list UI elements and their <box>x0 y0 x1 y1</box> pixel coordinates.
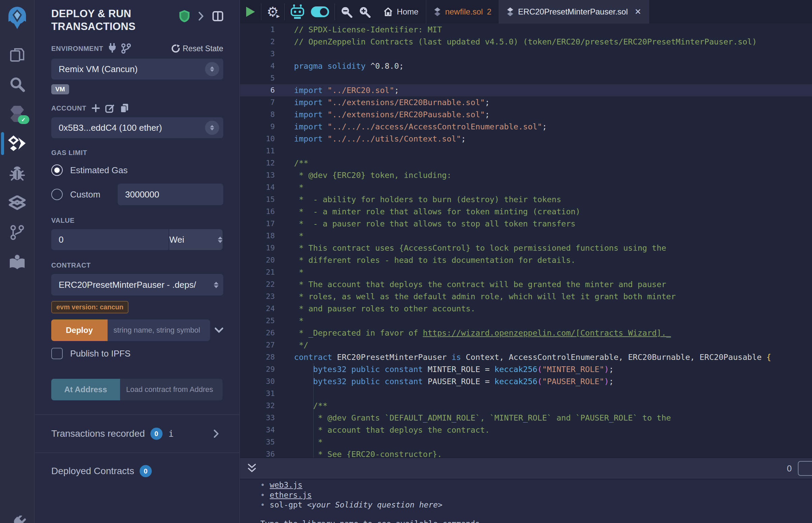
sidebar-item-unit-testing[interactable] <box>0 188 35 218</box>
tab-label: Home <box>397 7 419 17</box>
custom-gas-radio[interactable] <box>51 189 63 200</box>
chevron-right-icon[interactable] <box>198 12 204 21</box>
code-line: 17 * - a pauser role that allows to stop… <box>240 218 812 230</box>
contract-select[interactable]: ERC20PresetMinterPauser - .deps/ <box>51 274 223 295</box>
value-unit-select[interactable]: Wei <box>169 229 223 250</box>
sidebar-item-file-explorer[interactable] <box>0 40 35 69</box>
bullet-icon: • <box>260 481 265 489</box>
zoom-in-icon[interactable] <box>358 6 371 18</box>
publish-ipfs-checkbox[interactable] <box>51 348 63 359</box>
debugger-icon <box>9 165 25 181</box>
home-icon <box>384 7 393 17</box>
ai-robot-icon[interactable] <box>290 4 305 20</box>
code-line: 31 <box>240 387 812 400</box>
code-line: 34 * account that deploys the contract. <box>240 424 812 436</box>
line-number: 28 <box>240 351 290 363</box>
fork-icon[interactable] <box>121 43 131 54</box>
line-number: 5 <box>240 72 290 84</box>
sidebar-item-plugin-manager[interactable] <box>10 516 26 523</box>
code-text: * - a pauser role that allows to stop al… <box>290 218 576 230</box>
code-line: 27 */ <box>240 339 812 351</box>
at-address-input[interactable]: Load contract from Addres <box>120 379 223 400</box>
sidebar-item-git[interactable] <box>0 218 35 247</box>
code-text <box>290 48 294 60</box>
line-number: 3 <box>240 48 290 60</box>
chevron-down-icon[interactable] <box>215 327 223 333</box>
tab-newfile[interactable]: newfile.sol 2 <box>426 0 499 23</box>
ai-toggle[interactable] <box>311 6 329 17</box>
code-line: 3 <box>240 48 812 60</box>
terminal-link[interactable]: web3.js <box>270 481 302 489</box>
terminal-search-box[interactable] <box>798 461 812 476</box>
info-icon[interactable]: i <box>169 429 174 439</box>
terminal-output[interactable]: •web3.js•ethers.js•sol-gpt <your Solidit… <box>240 479 812 523</box>
sidebar-item-solidity-compiler[interactable]: ✓ <box>0 99 35 129</box>
sidebar-item-search[interactable] <box>0 69 35 99</box>
code-text: * - ability for holders to burn (destroy… <box>290 194 561 205</box>
copy-icon[interactable] <box>120 103 129 113</box>
sidebar-item-debugger[interactable] <box>0 158 35 188</box>
terminal-spacer <box>260 510 812 519</box>
line-number: 14 <box>240 181 290 194</box>
terminal-link[interactable]: ethers.js <box>270 491 312 500</box>
editor-region: ⚙▶ <box>240 0 812 523</box>
plug-icon[interactable] <box>108 43 117 53</box>
tab-erc20presetminterpauser[interactable]: ERC20PresetMinterPauser.sol ✕ <box>499 0 649 23</box>
line-number: 24 <box>240 303 290 315</box>
code-editor[interactable]: 1// SPDX-License-Identifier: MIT2// Open… <box>240 23 812 458</box>
code-text <box>290 145 294 157</box>
edit-icon[interactable] <box>105 104 114 113</box>
account-select[interactable]: 0x5B3...eddC4 (100 ether) <box>51 117 223 138</box>
tab-home[interactable]: Home <box>376 0 426 23</box>
code-line: 21 * <box>240 266 812 278</box>
account-label: ACCOUNT <box>51 105 86 112</box>
environment-select[interactable]: Remix VM (Cancun) <box>51 59 223 79</box>
line-number: 18 <box>240 230 290 242</box>
transactions-recorded-label: Transactions recorded <box>51 428 145 439</box>
reset-state-button[interactable]: Reset State <box>171 44 223 53</box>
deploy-button[interactable]: Deploy <box>51 320 108 341</box>
code-text: * This contract uses {AccessControl} to … <box>290 242 666 254</box>
code-line: 6import "../ERC20.sol"; <box>240 84 812 96</box>
line-number: 6 <box>240 84 290 96</box>
contract-arrows-icon <box>214 282 218 288</box>
compile-success-badge: ✓ <box>18 115 29 124</box>
terminal-line[interactable]: •ethers.js <box>260 490 812 501</box>
at-address-button[interactable]: At Address <box>51 379 120 400</box>
value-unit: Wei <box>169 235 184 245</box>
deployed-count-badge: 0 <box>140 465 152 477</box>
chevron-right-icon[interactable] <box>214 430 218 438</box>
line-number: 21 <box>240 266 290 278</box>
value-input[interactable]: 0 <box>51 229 169 250</box>
deploy-args-input[interactable]: string name, string symbol <box>108 320 210 341</box>
remix-logo[interactable] <box>5 5 29 30</box>
estimated-gas-radio[interactable] <box>51 164 63 176</box>
terminal-listen-count: 0 <box>787 463 792 474</box>
panel-columns-icon[interactable] <box>212 11 223 21</box>
sidebar-item-learneth[interactable] <box>0 247 35 277</box>
zoom-out-icon[interactable] <box>340 6 352 18</box>
terminal-hint-italic: <your Solidity question here> <box>307 501 443 509</box>
code-line: 33 * @dev Grants `DEFAULT_ADMIN_ROLE`, `… <box>240 412 812 424</box>
code-line: 19 * This contract uses {AccessControl} … <box>240 242 812 254</box>
code-line: 15 * - ability for holders to burn (dest… <box>240 194 812 205</box>
line-number: 15 <box>240 194 290 205</box>
play-icon[interactable] <box>246 6 255 18</box>
sidebar-item-deploy-and-run[interactable] <box>0 129 35 158</box>
double-chevron-down-icon[interactable] <box>248 463 256 473</box>
select-arrows-icon <box>205 121 219 135</box>
close-icon[interactable]: ✕ <box>635 7 641 17</box>
code-line: 18 * <box>240 230 812 242</box>
custom-gas-input[interactable]: 3000000 <box>118 184 223 205</box>
plus-icon[interactable] <box>92 104 100 112</box>
transactions-recorded-row[interactable]: Transactions recorded 0 i <box>51 415 223 453</box>
code-text: import "../extensions/ERC20Burnable.sol"… <box>290 96 490 109</box>
line-number: 4 <box>240 60 290 72</box>
code-text <box>290 387 294 400</box>
line-number: 2 <box>240 36 290 48</box>
activity-bar: ✓ <box>0 0 35 523</box>
script-config-gear-icon[interactable]: ⚙▶ <box>267 5 279 19</box>
terminal-line[interactable]: •web3.js <box>260 480 812 490</box>
line-number: 8 <box>240 109 290 121</box>
code-line: 11 <box>240 145 812 157</box>
